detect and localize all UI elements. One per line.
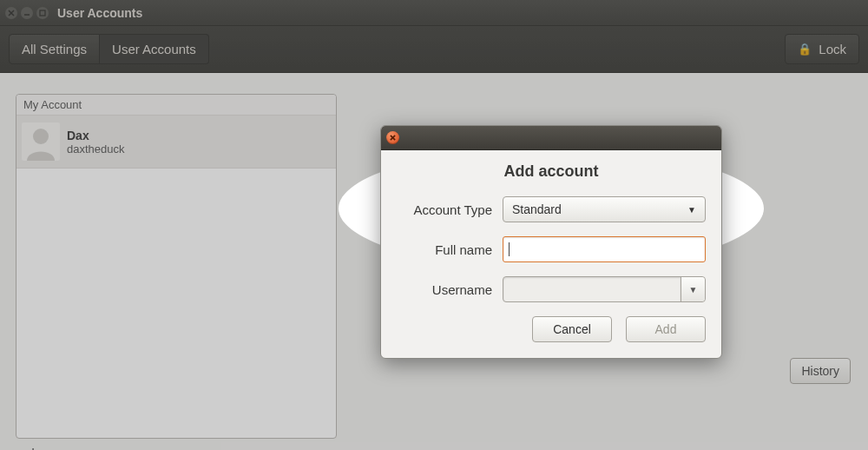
window-title: User Accounts — [57, 6, 142, 20]
username-combobox[interactable]: ▼ — [503, 276, 706, 302]
svg-point-4 — [33, 129, 49, 144]
breadcrumb: All Settings User Accounts — [9, 34, 209, 64]
window-close-button[interactable] — [5, 7, 17, 19]
text-caret — [509, 242, 510, 256]
dialog-titlebar — [381, 126, 721, 150]
avatar-placeholder-icon — [22, 122, 60, 161]
breadcrumb-user-accounts[interactable]: User Accounts — [100, 34, 209, 64]
account-type-label: Account Type — [397, 202, 492, 217]
username-dropdown-button[interactable]: ▼ — [681, 277, 705, 301]
account-row[interactable]: Dax daxtheduck — [16, 116, 336, 169]
account-display-name: Dax — [67, 129, 125, 142]
sidebar-section-label: My Account — [16, 95, 336, 116]
username-label: Username — [397, 282, 492, 297]
window-titlebar: User Accounts — [0, 0, 868, 26]
lock-button-label: Lock — [819, 42, 846, 56]
chevron-down-icon: ▼ — [689, 285, 698, 294]
cancel-button[interactable]: Cancel — [532, 316, 612, 342]
breadcrumb-all-settings[interactable]: All Settings — [9, 34, 100, 64]
window-minimize-button[interactable] — [21, 7, 33, 19]
maximize-icon — [39, 10, 46, 17]
account-username: daxtheduck — [67, 142, 125, 156]
full-name-label: Full name — [397, 242, 492, 257]
account-type-select[interactable]: Standard ▼ — [503, 196, 706, 222]
dialog-close-button[interactable] — [386, 131, 399, 144]
add-account-dialog: Add account Account Type Standard ▼ Full… — [380, 125, 722, 359]
lock-button[interactable]: 🔒 Lock — [785, 34, 859, 64]
minimize-icon — [23, 10, 30, 17]
chevron-down-icon: ▼ — [687, 205, 696, 215]
close-icon — [8, 10, 15, 17]
history-button[interactable]: History — [790, 358, 851, 384]
add-button[interactable]: Add — [626, 316, 706, 342]
window-maximize-button[interactable] — [36, 7, 49, 19]
close-icon — [390, 135, 396, 141]
full-name-input[interactable] — [503, 236, 706, 262]
add-user-button[interactable]: + — [24, 444, 42, 450]
remove-user-button[interactable]: − — [59, 444, 76, 450]
avatar — [22, 122, 60, 161]
account-sidebar: My Account Dax daxtheduck — [16, 94, 337, 439]
account-type-value: Standard — [512, 202, 562, 216]
svg-rect-3 — [40, 10, 45, 16]
lock-icon: 🔒 — [798, 43, 812, 56]
username-input[interactable] — [503, 277, 681, 301]
toolbar: All Settings User Accounts 🔒 Lock — [0, 26, 868, 73]
dialog-title: Add account — [397, 162, 706, 181]
